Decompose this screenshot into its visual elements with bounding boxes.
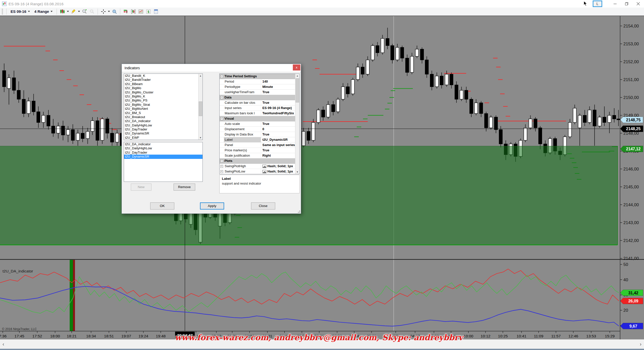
crosshair-icon[interactable]	[100, 9, 106, 15]
period-selector[interactable]: 4 Range	[33, 9, 54, 14]
property-name[interactable]: Scale justification	[224, 153, 261, 158]
property-name[interactable]: Label	[224, 137, 261, 142]
list-item[interactable]: t2U_BigMo_PS	[124, 98, 198, 102]
scroll-left-icon[interactable]: ‹	[3, 341, 4, 347]
list-item[interactable]: t2U_EWF	[124, 136, 198, 140]
property-name[interactable]: Auto scale	[224, 121, 261, 126]
property-value[interactable]: 140	[261, 79, 296, 84]
draw-pencil-icon[interactable]	[70, 9, 76, 15]
property-name[interactable]: Calculate on bar clos	[224, 100, 261, 105]
restore-button[interactable]	[621, 0, 632, 8]
property-name[interactable]: SwingPlotHigh	[224, 164, 261, 169]
expand-icon[interactable]: +	[220, 165, 223, 168]
remove-button[interactable]: Remove	[174, 184, 195, 191]
property-row[interactable]: Displacement0	[220, 127, 296, 132]
property-category-row[interactable]: −Visual	[220, 116, 296, 121]
property-value[interactable]: True	[261, 90, 296, 95]
close-button[interactable]	[632, 0, 644, 8]
property-value[interactable]: True	[261, 148, 296, 153]
indicator-properties-grid[interactable]: −Time Period SettingsPeriod140Periodtype…	[219, 74, 300, 174]
close-dialog-button[interactable]: Close	[251, 202, 275, 209]
property-category-row[interactable]: −Time Period Settings	[220, 74, 296, 79]
property-category-row[interactable]: −Plots	[220, 158, 296, 164]
list-item[interactable]: t2U_BigMo_Strat	[124, 103, 198, 107]
property-row[interactable]: useHigherTimeFramTrue	[220, 90, 296, 95]
property-name[interactable]: Input series	[224, 106, 261, 111]
dialog-resize-grip[interactable]	[297, 210, 300, 213]
minimize-button[interactable]	[609, 0, 621, 8]
chevron-down-icon[interactable]	[108, 11, 110, 12]
scroll-up-icon[interactable]: ▲	[295, 74, 299, 78]
dollar-icon[interactable]: $	[145, 9, 151, 15]
scrollbar-thumb[interactable]	[199, 101, 202, 116]
scroll-right-icon[interactable]: ›	[640, 341, 641, 347]
property-name[interactable]: Panel	[224, 143, 261, 148]
property-row[interactable]: Period140	[220, 79, 296, 84]
dialog-close-button[interactable]: x	[293, 64, 300, 71]
price-chart[interactable]: t2U_DA_indicator© 2016 NinjaTrader, LLC2…	[0, 16, 644, 339]
property-row[interactable]: Auto scaleTrue	[220, 121, 296, 127]
property-value[interactable]: ES 09-16 (4 Range)	[261, 106, 296, 111]
property-row[interactable]: Price marker(s)True	[220, 148, 296, 153]
property-value[interactable]: True	[261, 121, 296, 126]
chevron-down-icon[interactable]	[67, 11, 69, 12]
property-row[interactable]: +SwingPlotLowHash; Solid; 1px	[220, 169, 296, 174]
scroll-down-icon[interactable]: ▼	[198, 136, 203, 140]
property-name[interactable]: Displacement	[224, 127, 261, 132]
list-item[interactable]: t2U_DynamicSR	[124, 155, 203, 159]
available-list-scrollbar[interactable]: ▲ ▼	[198, 74, 203, 140]
property-row[interactable]: Scale justificationRight	[220, 153, 296, 158]
property-name[interactable]: Display in Data Box	[224, 132, 261, 137]
list-item[interactable]: t2U_BBeam	[124, 82, 198, 86]
list-item[interactable]: t2U_DA_indicator	[124, 142, 203, 146]
data-box-icon[interactable]	[111, 9, 117, 15]
properties-scrollbar[interactable]: ▲ ▼	[295, 74, 299, 174]
collapse-icon[interactable]: −	[220, 75, 223, 78]
list-item[interactable]: t2U_Breakout	[124, 115, 198, 119]
chevron-down-icon[interactable]	[78, 11, 80, 12]
zoom-in-icon[interactable]	[82, 9, 88, 15]
properties-icon[interactable]	[153, 9, 159, 15]
property-value[interactable]: True	[261, 100, 296, 105]
property-row[interactable]: Display in Data BoxTrue	[220, 132, 296, 137]
configured-indicators-list[interactable]: t2U_DA_indicatort2U_DailyHighLowt2U_DayT…	[124, 142, 203, 182]
available-indicators-list[interactable]: t2U_Bandit_Kt2U_BanditTradert2U_BBeamt2U…	[124, 74, 203, 140]
expand-icon[interactable]: +	[220, 170, 223, 173]
property-name[interactable]: Price marker(s)	[224, 148, 261, 153]
property-row[interactable]: Maximum bars look lTwoHundredFiftySix	[220, 111, 296, 116]
mini-chart-icon[interactable]	[138, 9, 144, 15]
list-item[interactable]: t2U_BigMo	[124, 86, 198, 90]
property-row[interactable]: Labelt2U_DynamicSR	[220, 137, 296, 143]
collapse-icon[interactable]: −	[220, 96, 223, 99]
collapse-icon[interactable]: −	[220, 160, 223, 162]
apply-button[interactable]: Apply	[200, 202, 224, 209]
list-item[interactable]: t2U_BigMo_Cluster	[124, 90, 198, 94]
property-name[interactable]: Periodtype	[224, 84, 261, 89]
list-item[interactable]: t2U_DayTrader	[124, 127, 198, 131]
property-row[interactable]: PanelSame as input series	[220, 143, 296, 148]
instrument-selector[interactable]: ES 09-16	[9, 9, 31, 14]
list-item[interactable]: t2U_DayTrader	[124, 151, 203, 155]
list-item[interactable]: t2U_Bandit_K	[124, 74, 198, 78]
list-item[interactable]: t2U_DA_indicator	[124, 119, 198, 123]
property-value[interactable]: Same as input series	[261, 143, 296, 148]
scroll-up-icon[interactable]: ▲	[198, 74, 203, 78]
scroll-down-icon[interactable]: ▼	[295, 170, 299, 174]
property-row[interactable]: +SwingPlotHighHash; Solid; 1px	[220, 164, 296, 169]
list-item[interactable]: t2U_BM_S	[124, 111, 198, 115]
list-item[interactable]: t2U_BigMoAlert	[124, 107, 198, 111]
chart-trader-icon[interactable]	[123, 9, 129, 15]
property-row[interactable]: Input seriesES 09-16 (4 Range)	[220, 106, 296, 111]
property-value[interactable]: t2U_DynamicSR	[261, 137, 296, 142]
list-item[interactable]: t2U_DynamicSR	[124, 131, 198, 135]
dialog-title-bar[interactable]: Indicators x	[122, 64, 301, 72]
property-value[interactable]: TwoHundredFiftySix	[261, 111, 296, 116]
scrollbar-thumb[interactable]	[296, 78, 299, 102]
candle-style-icon[interactable]	[59, 9, 65, 15]
ok-button[interactable]: OK	[150, 202, 174, 209]
list-item[interactable]: t2U_BanditTrader	[124, 78, 198, 82]
property-row[interactable]: PeriodtypeMinute	[220, 84, 296, 90]
list-item[interactable]: t2U_BigMo_K	[124, 94, 198, 98]
list-item[interactable]: t2U_DailyHighLow	[124, 146, 203, 150]
property-value[interactable]: Hash; Solid; 1px	[261, 169, 296, 174]
